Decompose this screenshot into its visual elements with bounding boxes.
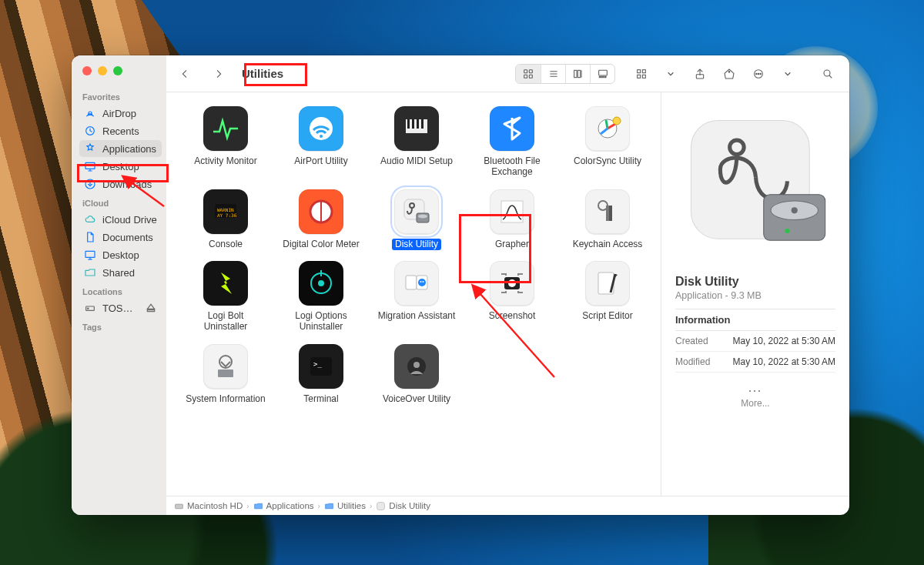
svg-point-34: [758, 73, 758, 74]
app-icon: [394, 189, 439, 234]
view-icon-button[interactable]: [516, 65, 541, 83]
view-column-button[interactable]: [565, 65, 590, 83]
sidebar-item-downloads[interactable]: Downloads: [79, 176, 162, 192]
cloud-icon: [84, 213, 96, 226]
external-disk-icon: [84, 302, 96, 314]
sidebar-section-label: Tags: [82, 323, 159, 332]
app-grapher[interactable]: Grapher: [467, 189, 557, 251]
app-digital-color[interactable]: Digital Color Meter: [276, 189, 367, 251]
group-by-chevron-icon[interactable]: [660, 64, 681, 84]
app-label: Keychain Access: [570, 239, 646, 251]
app-migration[interactable]: Migration Assistant: [371, 261, 462, 333]
app-icon: [490, 261, 534, 306]
app-audio-midi[interactable]: Audio MIDI Setup: [371, 106, 462, 179]
svg-rect-23: [599, 76, 601, 77]
app-icon: [490, 106, 534, 151]
sidebar-item-label: Downloads: [102, 179, 152, 190]
app-label: System Information: [182, 393, 268, 406]
svg-point-46: [613, 117, 621, 125]
svg-rect-64: [320, 270, 322, 276]
preview-info-row: ModifiedMay 10, 2022 at 5:30 AM: [675, 352, 835, 373]
svg-point-69: [423, 281, 424, 282]
app-voiceover[interactable]: VoiceOver Utility: [371, 344, 462, 406]
sidebar-item-toshiba[interactable]: TOSHIB…: [79, 299, 162, 316]
app-bluetooth[interactable]: Bluetooth File Exchange: [467, 106, 557, 179]
sidebar-item-label: Shared: [102, 267, 135, 279]
app-label: Console: [206, 239, 246, 251]
tags-button[interactable]: [718, 64, 740, 84]
app-disk-utility[interactable]: Disk Utility: [371, 189, 462, 251]
svg-rect-6: [85, 251, 95, 257]
path-item[interactable]: Macintosh HD: [174, 501, 243, 511]
sidebar-section-label: Favorites: [82, 92, 159, 102]
app-colorsync[interactable]: ColorSync Utility: [562, 106, 653, 179]
fullscreen-window-button[interactable]: [113, 66, 122, 75]
svg-rect-13: [529, 69, 532, 72]
view-mode-group: [515, 64, 615, 84]
app-logi-options[interactable]: Logi Options Uninstaller: [276, 261, 367, 333]
action-menu-button[interactable]: [748, 64, 769, 84]
sidebar-item-apps[interactable]: Applications: [79, 140, 162, 157]
minimize-window-button[interactable]: [98, 66, 107, 75]
finder-window: FavoritesAirDropRecentsApplicationsDeskt…: [72, 55, 849, 515]
back-button[interactable]: [174, 64, 196, 84]
sidebar-item-iclouddrive[interactable]: iCloud Drive: [79, 211, 162, 228]
app-activity-monitor[interactable]: Activity Monitor: [180, 106, 271, 179]
app-icon: [585, 189, 630, 234]
app-terminal[interactable]: >_Terminal: [276, 344, 367, 406]
sidebar-item-documents[interactable]: Documents: [79, 229, 162, 246]
svg-point-78: [413, 362, 420, 368]
close-window-button[interactable]: [82, 66, 92, 75]
path-separator-icon: ›: [318, 502, 320, 510]
app-screenshot[interactable]: Screenshot: [467, 261, 557, 333]
path-item-label: Applications: [266, 501, 314, 510]
svg-rect-22: [598, 70, 607, 75]
svg-rect-42: [412, 119, 414, 129]
svg-line-37: [829, 75, 832, 78]
share-button[interactable]: [689, 64, 711, 84]
svg-rect-14: [524, 75, 527, 78]
svg-point-35: [760, 73, 761, 74]
view-gallery-button[interactable]: [590, 65, 614, 83]
sidebar-item-label: Recents: [102, 125, 139, 137]
svg-rect-61: [609, 206, 612, 221]
svg-point-68: [420, 281, 422, 282]
path-item[interactable]: Applications: [253, 501, 314, 511]
finder-main: Utilities: [166, 55, 849, 515]
sidebar-item-shared[interactable]: Shared: [79, 264, 162, 281]
svg-rect-29: [642, 75, 645, 78]
app-airport-utility[interactable]: AirPort Utility: [276, 106, 367, 179]
app-icon: [585, 261, 630, 306]
preview-thumbnail: [677, 106, 835, 264]
sidebar-item-desktop[interactable]: Desktop: [79, 158, 162, 175]
forward-button[interactable]: [208, 64, 229, 84]
app-label: Activity Monitor: [191, 155, 259, 168]
preview-more-button[interactable]: ⋯ More...: [675, 386, 835, 409]
sidebar-item-recents[interactable]: Recents: [79, 122, 162, 139]
sidebar-item-label: Applications: [102, 143, 156, 155]
app-icon: [203, 344, 248, 389]
svg-rect-57: [501, 201, 523, 222]
app-logi-bolt[interactable]: Logi Bolt Uninstaller: [180, 261, 271, 333]
svg-rect-24: [601, 76, 603, 77]
svg-rect-11: [147, 310, 154, 312]
eject-icon[interactable]: [145, 302, 157, 314]
group-by-button[interactable]: [631, 64, 652, 84]
app-console[interactable]: WARNINAY 7:36Console: [180, 189, 271, 251]
view-list-button[interactable]: [541, 65, 565, 83]
svg-rect-15: [529, 75, 532, 78]
sidebar-item-airdrop[interactable]: AirDrop: [79, 105, 162, 122]
app-script-editor[interactable]: Script Editor: [562, 261, 653, 333]
path-item[interactable]: Disk Utility: [376, 501, 430, 511]
path-item[interactable]: Utilities: [324, 501, 366, 511]
svg-rect-85: [176, 504, 183, 509]
app-system-info[interactable]: System Information: [180, 344, 271, 406]
action-menu-chevron-icon[interactable]: [777, 64, 798, 84]
sidebar-item-desktop2[interactable]: Desktop: [79, 246, 162, 263]
sidebar-item-label: Desktop: [102, 161, 139, 172]
finder-toolbar: Utilities: [166, 55, 849, 92]
app-label: ColorSync Utility: [571, 155, 644, 168]
app-label: AirPort Utility: [291, 155, 350, 168]
search-button[interactable]: [817, 64, 839, 84]
app-keychain[interactable]: Keychain Access: [562, 189, 653, 251]
